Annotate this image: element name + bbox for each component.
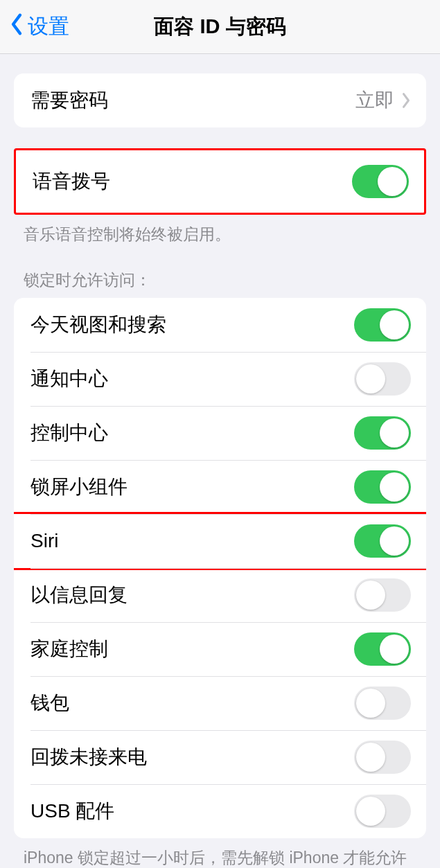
- lock-access-toggle[interactable]: [354, 524, 411, 558]
- lock-access-toggle[interactable]: [354, 416, 411, 450]
- lock-access-toggle[interactable]: [354, 687, 411, 720]
- lock-access-label: USB 配件: [30, 798, 354, 824]
- back-label: 设置: [28, 12, 69, 41]
- lock-access-label: 以信息回复: [30, 582, 354, 608]
- lock-access-header: 锁定时允许访问：: [0, 246, 440, 298]
- lock-access-row: 钱包: [14, 676, 426, 730]
- lock-access-toggle[interactable]: [354, 470, 411, 504]
- lock-access-row: 以信息回复: [14, 568, 426, 622]
- lock-access-label: Siri: [30, 530, 354, 552]
- navigation-bar: 设置 面容 ID 与密码: [0, 0, 440, 54]
- lock-access-label: 钱包: [30, 690, 354, 716]
- voice-dial-group: 语音拨号: [14, 148, 426, 215]
- lock-access-toggle[interactable]: [354, 632, 411, 666]
- lock-access-label: 锁屏小组件: [30, 474, 354, 500]
- lock-access-row: 通知中心: [14, 352, 426, 406]
- lock-access-row: Siri: [14, 514, 426, 568]
- lock-access-row: 今天视图和搜索: [14, 298, 426, 352]
- chevron-right-icon: [401, 92, 411, 109]
- lock-access-toggle[interactable]: [354, 741, 411, 774]
- lock-access-label: 今天视图和搜索: [30, 312, 354, 338]
- lock-access-group: 今天视图和搜索通知中心控制中心锁屏小组件Siri以信息回复家庭控制钱包回拨未接来…: [14, 298, 426, 838]
- lock-access-row: USB 配件: [14, 784, 426, 838]
- lock-access-label: 通知中心: [30, 366, 354, 392]
- chevron-left-icon: [10, 12, 24, 41]
- lock-access-label: 控制中心: [30, 420, 354, 446]
- voice-dial-label: 语音拨号: [33, 168, 352, 195]
- lock-access-toggle[interactable]: [354, 308, 411, 342]
- lock-access-row: 控制中心: [14, 406, 426, 460]
- lock-access-row: 回拨未接来电: [14, 730, 426, 784]
- lock-access-row: 家庭控制: [14, 622, 426, 676]
- require-passcode-label: 需要密码: [30, 87, 355, 114]
- back-button[interactable]: 设置: [0, 12, 69, 41]
- lock-access-footer: iPhone 锁定超过一小时后，需先解锁 iPhone 才能允许 USB 配件连…: [0, 838, 440, 868]
- lock-access-label: 家庭控制: [30, 636, 354, 662]
- voice-dial-footer: 音乐语音控制将始终被启用。: [0, 215, 440, 246]
- lock-access-row: 锁屏小组件: [14, 460, 426, 514]
- require-passcode-row[interactable]: 需要密码 立即: [14, 73, 426, 127]
- require-passcode-group: 需要密码 立即: [14, 73, 426, 127]
- lock-access-toggle[interactable]: [354, 578, 411, 612]
- voice-dial-row: 语音拨号: [16, 150, 424, 213]
- lock-access-label: 回拨未接来电: [30, 744, 354, 770]
- voice-dial-toggle[interactable]: [352, 165, 409, 198]
- lock-access-toggle[interactable]: [354, 795, 411, 828]
- lock-access-toggle[interactable]: [354, 362, 411, 396]
- require-passcode-value: 立即: [355, 87, 394, 114]
